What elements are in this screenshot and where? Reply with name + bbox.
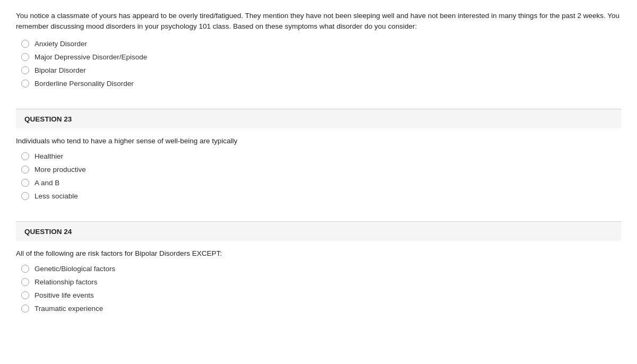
radio-icon[interactable] xyxy=(21,192,29,200)
scenario-section: You notice a classmate of yours has appe… xyxy=(16,11,621,98)
q24-option-0[interactable]: Genetic/Biological factors xyxy=(21,265,621,273)
option-label: Genetic/Biological factors xyxy=(35,265,115,273)
page-container: You notice a classmate of yours has appe… xyxy=(0,0,637,334)
radio-icon[interactable] xyxy=(21,291,29,299)
radio-icon[interactable] xyxy=(21,179,29,187)
option-label: Relationship factors xyxy=(35,278,98,286)
scenario-option-0[interactable]: Anxiety Disorder xyxy=(21,40,621,48)
radio-icon[interactable] xyxy=(21,80,29,88)
question-23-options: HealthierMore productiveA and BLess soci… xyxy=(21,152,621,200)
radio-icon[interactable] xyxy=(21,66,29,74)
q23-option-1[interactable]: More productive xyxy=(21,166,621,174)
option-label: Bipolar Disorder xyxy=(35,66,86,74)
option-label: Less sociable xyxy=(35,192,78,200)
radio-icon[interactable] xyxy=(21,265,29,273)
q23-option-3[interactable]: Less sociable xyxy=(21,192,621,200)
option-label: Healthier xyxy=(35,152,63,160)
question-24-text: All of the following are risk factors fo… xyxy=(16,249,621,257)
q23-option-2[interactable]: A and B xyxy=(21,179,621,187)
question-23-label: QUESTION 23 xyxy=(24,115,72,123)
question-24-section: QUESTION 24 All of the following are ris… xyxy=(16,222,621,323)
scenario-option-1[interactable]: Major Depressive Disorder/Episode xyxy=(21,53,621,61)
option-label: Anxiety Disorder xyxy=(35,40,87,48)
question-24-label: QUESTION 24 xyxy=(24,228,72,236)
question-24-header: QUESTION 24 xyxy=(16,222,621,241)
q23-option-0[interactable]: Healthier xyxy=(21,152,621,160)
radio-icon[interactable] xyxy=(21,305,29,313)
radio-icon[interactable] xyxy=(21,278,29,286)
question-23-header: QUESTION 23 xyxy=(16,109,621,128)
option-label: Borderline Personality Disorder xyxy=(35,80,134,88)
scenario-options: Anxiety DisorderMajor Depressive Disorde… xyxy=(21,40,621,88)
question-23-section: QUESTION 23 Individuals who tend to have… xyxy=(16,109,621,211)
option-label: Traumatic experience xyxy=(35,305,103,313)
scenario-option-2[interactable]: Bipolar Disorder xyxy=(21,66,621,74)
option-label: More productive xyxy=(35,166,86,174)
question-23-text: Individuals who tend to have a higher se… xyxy=(16,137,621,145)
q24-option-2[interactable]: Positive life events xyxy=(21,291,621,299)
q24-option-3[interactable]: Traumatic experience xyxy=(21,305,621,313)
question-24-options: Genetic/Biological factorsRelationship f… xyxy=(21,265,621,313)
radio-icon[interactable] xyxy=(21,166,29,174)
scenario-option-3[interactable]: Borderline Personality Disorder xyxy=(21,80,621,88)
radio-icon[interactable] xyxy=(21,40,29,48)
option-label: Major Depressive Disorder/Episode xyxy=(35,53,147,61)
radio-icon[interactable] xyxy=(21,53,29,61)
option-label: A and B xyxy=(35,179,59,187)
option-label: Positive life events xyxy=(35,291,94,299)
scenario-text: You notice a classmate of yours has appe… xyxy=(16,11,621,32)
q24-option-1[interactable]: Relationship factors xyxy=(21,278,621,286)
radio-icon[interactable] xyxy=(21,152,29,160)
